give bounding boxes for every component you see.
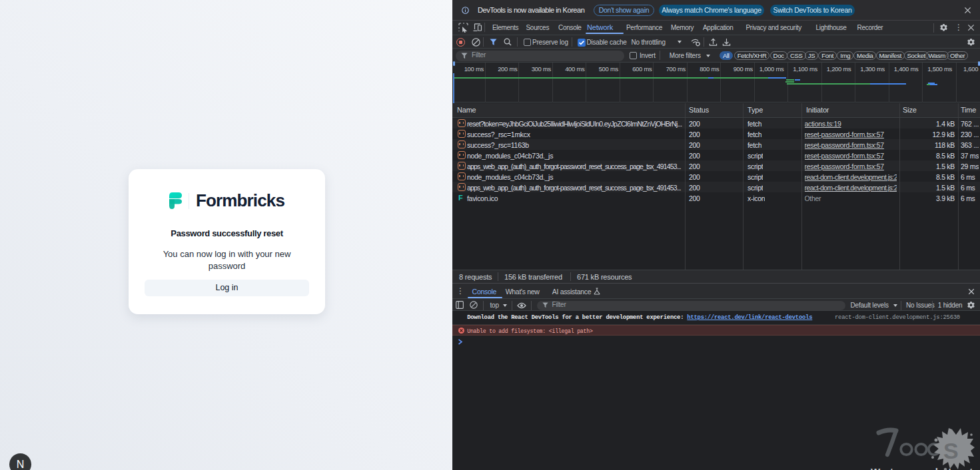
svg-text:S: S — [943, 438, 958, 463]
